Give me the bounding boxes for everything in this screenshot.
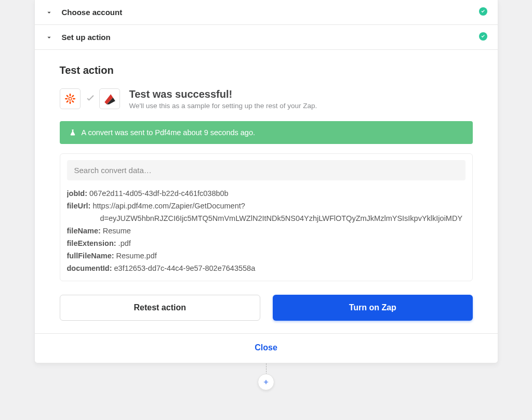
field-label: fileExtension: xyxy=(67,239,116,247)
banner-text: A convert was sent to Pdf4me about 9 sec… xyxy=(82,128,256,137)
field-value: .pdf xyxy=(118,239,131,247)
success-banner: A convert was sent to Pdf4me about 9 sec… xyxy=(60,121,473,144)
button-label: Retest action xyxy=(134,303,186,312)
field-label: jobId: xyxy=(67,189,87,198)
success-sub: We'll use this as a sample for setting u… xyxy=(129,102,317,110)
app-icon-pair xyxy=(60,88,120,109)
check-icon xyxy=(85,93,96,104)
test-success-row: Test was successful! We'll use this as a… xyxy=(60,88,473,110)
field-value: d=eyJUZW5hbnRJZCI6Ijc5MTQ5NmVmLWZlN2ItND… xyxy=(100,214,463,222)
field-label: documentId: xyxy=(67,264,112,272)
field-value: Resume.pdf xyxy=(116,252,157,260)
button-label: Close xyxy=(255,343,277,352)
flask-icon xyxy=(69,129,76,136)
field-value: e3f12653-dd7c-44c4-9e57-802e7643558a xyxy=(114,264,256,272)
panel-title: Test action xyxy=(60,64,473,76)
plus-icon xyxy=(262,378,270,386)
field-value: 067e2d11-4d05-43df-b22d-c461fc038b0b xyxy=(89,189,229,198)
field-value: https://api.pdf4me.com/Zapier/GetDocumen… xyxy=(92,202,245,210)
check-icon xyxy=(479,32,487,42)
zap-editor-card: Choose account Set up action Test action xyxy=(34,0,498,363)
field-value: Resume xyxy=(103,227,131,235)
field-label: fullFileName: xyxy=(67,252,114,260)
retest-button[interactable]: Retest action xyxy=(60,295,261,321)
close-button[interactable]: Close xyxy=(35,333,498,363)
result-fields[interactable]: jobId: 067e2d11-4d05-43df-b22d-c461fc038… xyxy=(67,188,466,279)
chevron-down-icon xyxy=(45,33,53,41)
svg-point-8 xyxy=(69,98,71,100)
add-step-area xyxy=(35,363,498,389)
connector-rail xyxy=(266,363,267,375)
chevron-down-icon xyxy=(45,8,53,16)
pdf4me-icon xyxy=(99,88,120,109)
result-data-card: jobId: 067e2d11-4d05-43df-b22d-c461fc038… xyxy=(60,153,473,281)
success-heading: Test was successful! xyxy=(129,88,317,100)
field-label: fileName: xyxy=(67,227,101,235)
section-setup-action[interactable]: Set up action xyxy=(35,25,498,50)
search-input[interactable] xyxy=(67,160,466,180)
success-text: Test was successful! We'll use this as a… xyxy=(129,88,317,110)
action-buttons: Retest action Turn on Zap xyxy=(60,295,473,321)
section-choose-account[interactable]: Choose account xyxy=(35,0,498,25)
zapier-icon xyxy=(60,88,81,109)
test-action-panel: Test action xyxy=(35,50,498,333)
field-label: fileUrl: xyxy=(67,202,91,210)
section-label: Choose account xyxy=(62,8,123,17)
section-label: Set up action xyxy=(62,33,111,42)
check-icon xyxy=(479,7,487,17)
turn-on-zap-button[interactable]: Turn on Zap xyxy=(273,295,473,321)
add-step-button[interactable] xyxy=(258,374,274,390)
button-label: Turn on Zap xyxy=(349,303,396,312)
